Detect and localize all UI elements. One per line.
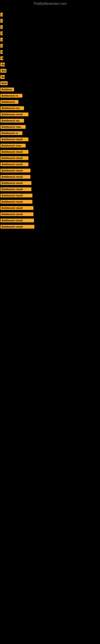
bottleneck-result-label: B — [0, 50, 3, 54]
list-item: Bo — [0, 62, 100, 68]
bottleneck-result-label: Bottleneck — [0, 100, 18, 104]
bottleneck-result-label: Bottleneck result — [0, 194, 32, 198]
bottleneck-result-label: Bottleneck result — [0, 175, 30, 179]
list-item: B — [0, 55, 100, 62]
bottleneck-result-label: Bottleneck result — [0, 181, 31, 185]
items-container: |||B||BBBoBotBoBottBottleneBottleneck re… — [0, 8, 100, 230]
bottleneck-result-label: Bottleneck resu — [0, 144, 26, 148]
bottleneck-result-label: | — [0, 13, 3, 16]
list-item: | — [0, 36, 100, 43]
bottleneck-result-label: Bottleneck result — [0, 162, 28, 166]
list-item: Bottleneck result — [0, 136, 100, 142]
bottleneck-result-label: Bo — [0, 62, 5, 66]
list-item: Bottleneck re — [0, 92, 100, 99]
list-item: Bottleneck res — [0, 105, 100, 111]
bottleneck-result-label: B — [0, 32, 3, 35]
list-item: Bottleneck res — [0, 118, 100, 124]
bottleneck-result-label: Bottleneck result — [0, 218, 34, 222]
list-item: Bottleneck result — [0, 180, 100, 186]
list-item: Bottleneck result — [0, 161, 100, 168]
list-item: | — [0, 12, 100, 18]
bottleneck-result-label: Bottleneck result — [0, 112, 28, 116]
bottleneck-result-label: Bottleneck res — [0, 119, 24, 122]
list-item: Bottleneck result — [0, 224, 100, 230]
list-item: Bottleneck result — [0, 168, 100, 174]
list-item: Bottleneck result — [0, 149, 100, 155]
list-item: Bottleneck resu — [0, 142, 100, 149]
bottleneck-result-label: Bottleneck res — [0, 106, 24, 110]
list-item: Bottleneck result — [0, 217, 100, 224]
bottleneck-result-label: Bottleneck result — [0, 200, 32, 204]
list-item: Bo — [0, 74, 100, 80]
site-title: TheBottlenecker.com — [0, 0, 100, 8]
list-item: Bottleneck re — [0, 130, 100, 136]
list-item: Bottleneck result — [0, 192, 100, 199]
list-item: Bottleneck result — [0, 205, 100, 211]
bottleneck-result-label: Bottleneck re — [0, 94, 22, 98]
bottleneck-result-label: Bottlene — [0, 88, 14, 91]
list-item: Bottlene — [0, 86, 100, 92]
bottleneck-result-label: Bottleneck result — [0, 138, 28, 141]
list-item: Bottleneck — [0, 99, 100, 105]
list-item: Bottleneck result — [0, 186, 100, 192]
list-item: B — [0, 30, 100, 36]
bottleneck-result-label: Bottleneck re — [0, 131, 22, 135]
bottleneck-result-label: | — [0, 25, 3, 29]
list-item: | — [0, 24, 100, 30]
bottleneck-result-label: Bottleneck result — [0, 212, 33, 216]
bottleneck-result-label: | — [0, 44, 3, 48]
bottleneck-result-label: Bottleneck result — [0, 225, 34, 228]
list-item: Bot — [0, 68, 100, 74]
bottleneck-result-label: Bottleneck result — [0, 156, 28, 160]
bottleneck-result-label: | — [0, 19, 3, 23]
list-item: Bottleneck resu — [0, 124, 100, 130]
bottleneck-result-label: Bottleneck resu — [0, 125, 26, 129]
bottleneck-result-label: Bottleneck result — [0, 150, 28, 154]
bottleneck-result-label: Bot — [0, 69, 6, 73]
bottleneck-result-label: Bott — [0, 81, 8, 85]
list-item: Bottleneck result — [0, 111, 100, 118]
list-item: B — [0, 49, 100, 55]
list-item: Bottleneck result — [0, 211, 100, 217]
bottleneck-result-label: Bo — [0, 75, 5, 79]
list-item: Bottleneck result — [0, 199, 100, 205]
bottleneck-result-label: | — [0, 38, 3, 42]
list-item: Bottleneck result — [0, 174, 100, 180]
list-item: | — [0, 43, 100, 49]
list-item: | — [0, 18, 100, 24]
list-item: Bott — [0, 80, 100, 86]
bottleneck-result-label: Bottleneck result — [0, 169, 30, 172]
bottleneck-result-label: B — [0, 56, 3, 60]
bottleneck-result-label: Bottleneck result — [0, 206, 33, 210]
list-item: Bottleneck result — [0, 155, 100, 161]
bottleneck-result-label: Bottleneck result — [0, 187, 31, 191]
